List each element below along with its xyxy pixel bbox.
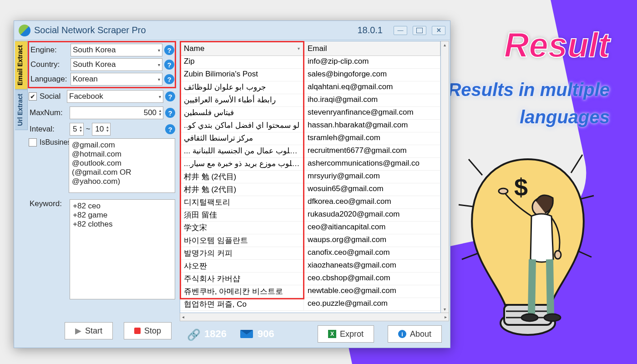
tab-url-extract[interactable]: Url Extract: [15, 90, 28, 130]
close-button[interactable]: ✕: [432, 26, 445, 35]
cell-name: Zip: [180, 56, 304, 68]
stat-links: 🔗 1826: [187, 328, 227, 340]
domains-textarea[interactable]: @gmail.com @hotmail.com @outlook.com (@g…: [69, 138, 175, 193]
cell-name: 샤오짠: [180, 260, 304, 272]
minimize-button[interactable]: —: [394, 26, 407, 35]
table-row[interactable]: ... مطلوب عمال من الجنسية اللبنانيةrecru…: [180, 145, 440, 158]
svg-point-14: [521, 314, 538, 321]
help-social[interactable]: ?: [165, 91, 175, 101]
cell-name: 발명가의 커피: [180, 247, 304, 259]
vertical-scrollbar[interactable]: ▴▾: [441, 41, 449, 313]
table-row[interactable]: ...مطلوب موزع بريد ذو خبرة مع سيارasherc…: [180, 158, 440, 171]
start-button[interactable]: ▶ Start: [65, 322, 113, 339]
cell-email: waups.org@gmail.com: [304, 234, 440, 247]
help-country[interactable]: ?: [164, 60, 174, 70]
chevron-down-icon: ▾: [159, 94, 161, 99]
social-checkbox[interactable]: ✔: [29, 92, 37, 101]
spinner-icon[interactable]: ▲▼: [158, 109, 162, 116]
language-label: Language:: [30, 75, 69, 84]
isbusiness-label: IsBusinessDomain: [39, 138, 67, 147]
cell-name: 협업하면 퍼즐, Co: [180, 298, 304, 310]
engine-label: Engine:: [30, 46, 69, 55]
spinner-icon[interactable]: ▲▼: [79, 126, 82, 133]
language-combo[interactable]: Korean ▾: [71, 73, 162, 86]
table-row[interactable]: Zipinfo@zip-clip.com: [180, 56, 440, 69]
chevron-down-icon: ▾: [158, 77, 160, 82]
maximize-button[interactable]: [413, 26, 426, 35]
cell-email: ceo.cbshop@gmail.com: [304, 273, 440, 285]
titlebar: Social Network Scraper Pro 18.0.1 — ✕: [14, 21, 450, 40]
stop-button[interactable]: Stop: [124, 322, 172, 339]
cell-email: alqahtani.eq@gmail.com: [304, 81, 440, 94]
svg-line-0: [469, 159, 482, 175]
help-maxnum[interactable]: ?: [165, 108, 175, 118]
table-row[interactable]: 샤오짠xiaozhaneats@gmail.com: [180, 260, 440, 273]
column-header-email[interactable]: Email: [304, 41, 440, 56]
table-row[interactable]: 바이오템 임플란트waups.org@gmail.com: [180, 234, 440, 247]
interval-to-input[interactable]: 10 ▲▼: [92, 123, 111, 136]
help-interval[interactable]: ?: [165, 124, 175, 134]
interval-from-input[interactable]: 5 ▲▼: [70, 123, 84, 136]
svg-point-13: [555, 251, 561, 259]
cell-email: recruitment6677@gmail.com: [304, 145, 440, 157]
table-row[interactable]: فيتاس فلسطينstevenryanfinance@gmail.com: [180, 107, 440, 120]
app-version: 18.0.1: [357, 25, 383, 35]
cell-name: 学文宋: [180, 222, 304, 234]
table-row[interactable]: 발명가의 커피canofix.ceo@gmail.com: [180, 247, 440, 260]
about-button[interactable]: i About: [388, 325, 442, 343]
table-row[interactable]: مركز تراسنطا الثقافيtsramleh@gmail.com: [180, 132, 440, 145]
cell-name: رابطة أطباء الأسرة العراقيين: [180, 94, 304, 106]
cell-name: 須田 留佳: [180, 209, 304, 221]
table-row[interactable]: 디지털팩토리dfkorea.ceo@gmail.com: [180, 196, 440, 209]
social-combo[interactable]: Facebook ▾: [67, 90, 163, 103]
export-button[interactable]: X Exprot: [318, 325, 374, 343]
keywords-textarea[interactable]: +82 ceo +82 game +82 clothes: [70, 199, 175, 299]
help-engine[interactable]: ?: [164, 45, 174, 55]
table-row[interactable]: جروب ابو علوان للوظائفalqahtani.eq@gmail…: [180, 81, 440, 94]
cell-email: tsramleh@gmail.com: [304, 132, 440, 145]
svg-point-12: [499, 188, 508, 194]
country-combo[interactable]: South Korea ▾: [71, 58, 162, 71]
maxnum-input[interactable]: 500 ▲▼: [70, 106, 163, 119]
social-label: Social: [39, 92, 65, 101]
table-row[interactable]: 学文宋ceo@aitiancapital.com: [180, 222, 440, 234]
stop-icon: [134, 328, 141, 334]
table-row[interactable]: 村井 勉 (2代目)mrsyuriy@gmail.com: [180, 171, 440, 183]
tab-email-extract[interactable]: Email Extract: [15, 41, 28, 90]
left-pane: Email Extract Url Extract Engine: South …: [15, 41, 177, 347]
cell-name: فيتاس فلسطين: [180, 107, 304, 119]
table-row[interactable]: 村井 勉 (2代目)wosuin65@gmail.com: [180, 183, 440, 196]
social-value: Facebook: [69, 92, 103, 101]
stat-emails: 906: [240, 328, 274, 340]
link-icon: 🔗: [187, 329, 200, 339]
help-language[interactable]: ?: [164, 74, 174, 84]
interval-sep: ~: [86, 125, 90, 134]
column-header-name[interactable]: Name▾: [180, 41, 304, 56]
language-value: Korean: [73, 75, 98, 84]
country-label: Country:: [30, 60, 69, 69]
excel-icon: X: [328, 330, 336, 338]
table-row[interactable]: 주식회사 카버샵ceo.cbshop@gmail.com: [180, 273, 440, 285]
horizontal-scrollbar[interactable]: ◂▸: [180, 313, 449, 321]
engine-combo[interactable]: South Korea ▾: [71, 44, 162, 56]
maxnum-label: MaxNum:: [29, 108, 68, 117]
table-row[interactable]: ..لو سمحتوا اي افضل اماكن بتدي كوhassan.…: [180, 120, 440, 132]
cell-email: xiaozhaneats@gmail.com: [304, 260, 440, 272]
cell-name: 디지털팩토리: [180, 196, 304, 208]
table-row[interactable]: 협업하면 퍼즐, Coceo.puzzle@gmail.com: [180, 298, 440, 311]
cell-name: 村井 勉 (2代目): [180, 183, 304, 196]
right-pane: Name▾ Email Zipinfo@zip-clip.comZubin Bi…: [180, 41, 449, 347]
table-row[interactable]: 須田 留佳rukasuda2020@gmail.com: [180, 209, 440, 222]
svg-line-1: [571, 155, 582, 173]
spinner-icon[interactable]: ▲▼: [106, 126, 109, 133]
cell-email: ceo.puzzle@gmail.com: [304, 298, 440, 310]
chevron-down-icon: ▾: [158, 62, 160, 67]
table-row[interactable]: Zubin Bilimoria's Postsales@bingoforge.c…: [180, 69, 440, 81]
table-row[interactable]: رابطة أطباء الأسرة العراقيينiho.iraqi@gm…: [180, 94, 440, 107]
cell-name: ...مطلوب موزع بريد ذو خبرة مع سيار: [180, 158, 304, 170]
cell-email: dfkorea.ceo@gmail.com: [304, 196, 440, 208]
table-row[interactable]: 쥬벤쿠바, 아메리칸 비스트로newtable.ceo@gmail.com: [180, 285, 440, 298]
keyword-label: Keyword:: [29, 199, 68, 208]
cell-email: wosuin65@gmail.com: [304, 183, 440, 196]
isbusiness-checkbox[interactable]: [29, 138, 37, 147]
